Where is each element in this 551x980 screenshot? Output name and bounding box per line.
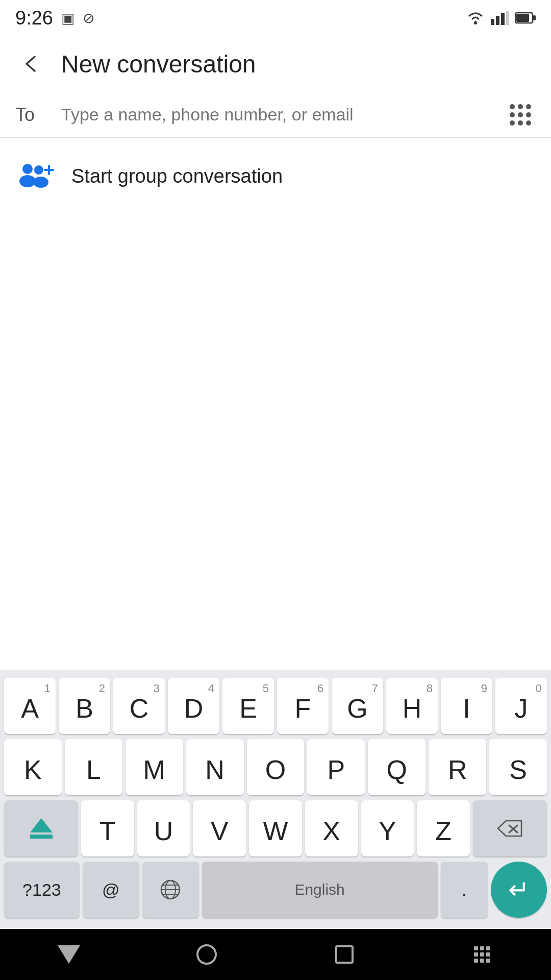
at-key[interactable]: @ [83, 862, 139, 918]
symbols-key[interactable]: ?123 [4, 862, 80, 918]
key-s[interactable]: S [489, 739, 547, 795]
symbols-label: ?123 [22, 880, 61, 900]
group-add-icon [15, 161, 56, 191]
key-l[interactable]: L [65, 739, 122, 795]
key-e[interactable]: 5 E [222, 678, 274, 734]
key-k[interactable]: K [4, 739, 62, 795]
group-icon [15, 161, 56, 191]
key-p[interactable]: P [307, 739, 365, 795]
dialpad-button[interactable] [505, 100, 536, 130]
key-m[interactable]: M [126, 739, 183, 795]
backspace-icon [496, 819, 523, 838]
key-o[interactable]: O [247, 739, 305, 795]
key-u[interactable]: U [137, 800, 190, 856]
status-time: 9:26 [15, 7, 53, 29]
app-bar: New conversation [0, 36, 551, 92]
key-q[interactable]: Q [368, 739, 425, 795]
dnd-icon: ⊘ [83, 10, 94, 27]
at-label: @ [102, 880, 120, 900]
keyboard: 1 A 2 B 3 C 4 D 5 E 6 F 7 G 8 H [0, 670, 551, 929]
key-f[interactable]: 6 F [277, 678, 329, 734]
dialpad-icon [510, 104, 531, 126]
shift-icon [30, 818, 53, 839]
nav-bar [0, 929, 551, 980]
space-label: English [294, 881, 344, 898]
nav-keyboard-button[interactable] [462, 934, 503, 975]
key-y[interactable]: Y [361, 800, 414, 856]
wifi-icon [466, 11, 485, 25]
battery-icon [515, 11, 536, 25]
key-r[interactable]: R [429, 739, 486, 795]
to-label: To [15, 104, 46, 126]
svg-point-0 [474, 21, 477, 24]
keyboard-row-4: ?123 @ English . ↵ [4, 862, 547, 918]
nav-keyboard-icon [474, 946, 490, 963]
enter-key[interactable]: ↵ [491, 862, 547, 918]
svg-rect-2 [496, 16, 499, 25]
svg-rect-3 [501, 13, 505, 25]
nav-recents-button[interactable] [324, 934, 365, 975]
keyboard-row-3: T U V W X Y Z [4, 800, 547, 856]
key-h[interactable]: 8 H [386, 678, 438, 734]
key-n[interactable]: N [186, 739, 244, 795]
status-left: 9:26 ▣ ⊘ [15, 7, 94, 29]
status-bar: 9:26 ▣ ⊘ [0, 0, 551, 36]
svg-point-10 [34, 165, 43, 175]
key-j[interactable]: 0 J [495, 678, 547, 734]
svg-point-11 [33, 177, 48, 188]
recipient-input[interactable] [61, 105, 490, 125]
key-i[interactable]: 9 I [441, 678, 492, 734]
nav-back-button[interactable] [48, 934, 89, 975]
back-button[interactable] [15, 48, 46, 79]
period-label: . [462, 880, 466, 900]
svg-rect-1 [491, 19, 494, 25]
key-v[interactable]: V [193, 800, 246, 856]
status-icons [466, 11, 536, 25]
svg-rect-6 [516, 14, 529, 22]
keyboard-row-2: K L M N O P Q R S [4, 739, 547, 795]
period-key[interactable]: . [441, 862, 488, 918]
key-w[interactable]: W [249, 800, 302, 856]
group-conversation-label: Start group conversation [71, 165, 283, 187]
nav-back-icon [58, 945, 80, 964]
nav-recents-icon [335, 945, 354, 964]
key-t[interactable]: T [81, 800, 134, 856]
nav-home-icon [196, 944, 217, 965]
key-z[interactable]: Z [417, 800, 470, 856]
svg-point-9 [19, 175, 36, 187]
content-area: Start group conversation [0, 138, 551, 214]
key-a[interactable]: 1 A [4, 678, 56, 734]
key-d[interactable]: 4 D [168, 678, 219, 734]
svg-rect-4 [506, 11, 509, 25]
shift-key[interactable] [4, 800, 78, 856]
globe-icon [159, 878, 182, 901]
svg-point-8 [22, 164, 33, 174]
page-title: New conversation [61, 50, 256, 78]
space-key[interactable]: English [202, 862, 438, 918]
nav-home-button[interactable] [186, 934, 227, 975]
back-arrow-icon [20, 54, 41, 74]
start-group-conversation-button[interactable]: Start group conversation [0, 148, 551, 204]
enter-icon: ↵ [508, 875, 530, 904]
key-b[interactable]: 2 B [59, 678, 110, 734]
globe-key[interactable] [142, 862, 199, 918]
svg-rect-7 [533, 15, 536, 20]
key-x[interactable]: X [305, 800, 358, 856]
sim-icon: ▣ [61, 10, 74, 27]
backspace-key[interactable] [473, 800, 547, 856]
key-c[interactable]: 3 C [113, 678, 165, 734]
keyboard-row-1: 1 A 2 B 3 C 4 D 5 E 6 F 7 G 8 H [4, 678, 547, 734]
to-field: To [0, 92, 551, 138]
key-g[interactable]: 7 G [332, 678, 383, 734]
signal-icon [491, 11, 509, 25]
